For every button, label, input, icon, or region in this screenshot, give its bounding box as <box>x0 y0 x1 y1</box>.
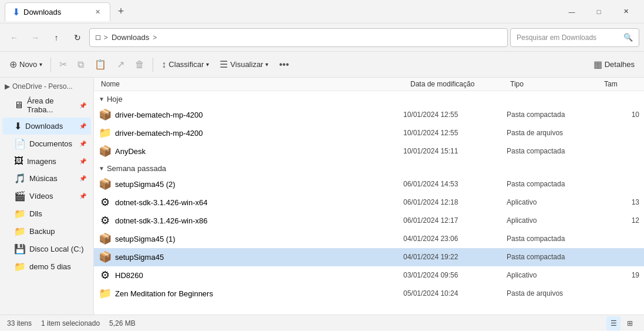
table-row[interactable]: 📦 setupSigma45 04/01/2024 19:22 Pasta co… <box>94 248 644 266</box>
table-row[interactable]: 📦 setupSigma45 (1) 04/01/2024 23:06 Past… <box>94 230 644 248</box>
file-icon: ⚙ <box>99 269 112 282</box>
sidebar-downloads-label: Downloads <box>25 122 63 131</box>
file-list-container: Nome Data de modificação Tipo Tam ▼ Hoje… <box>94 78 644 315</box>
table-row[interactable]: ⚙ dotnet-sdk-3.1.426-win-x86 06/01/2024 … <box>94 212 644 230</box>
sidebar-item-demo5dias[interactable]: 📁 demo 5 dias <box>2 258 91 275</box>
tab-close-button[interactable]: ✕ <box>93 7 103 17</box>
sidebar-demo5dias-label: demo 5 dias <box>29 262 71 271</box>
search-icon: 🔍 <box>623 33 633 42</box>
status-right: ☰ ⊞ <box>606 316 637 330</box>
more-icon: ••• <box>279 59 289 70</box>
table-row[interactable]: ⚙ dotnet-sdk-3.1.426-win-x64 06/01/2024 … <box>94 193 644 212</box>
table-row[interactable]: 📁 driver-bematech-mp-4200 10/01/2024 12:… <box>94 124 644 142</box>
sidebar-images-icon: 🖼 <box>14 156 23 166</box>
new-button[interactable]: ⊕ Novo ▾ <box>5 56 47 73</box>
sidebar-item-desktop[interactable]: 🖥 Área de Traba... 📌 <box>2 93 91 117</box>
view-grid-button[interactable]: ⊞ <box>623 316 637 330</box>
tab-area: ⬇ Downloads ✕ + <box>5 2 558 21</box>
col-header-date[interactable]: Data de modificação <box>410 80 510 88</box>
maximize-button[interactable]: □ <box>585 2 612 21</box>
tab-download-icon: ⬇ <box>12 6 20 18</box>
file-size: 19 <box>604 271 639 279</box>
share-button[interactable]: ↗ <box>112 56 129 73</box>
file-date: 06/01/2024 12:18 <box>403 198 503 206</box>
sidebar-cloud-section[interactable]: ▶ OneDrive - Perso... <box>0 80 93 93</box>
more-button[interactable]: ••• <box>274 56 294 73</box>
up-button[interactable]: ↑ <box>47 28 66 47</box>
copy-button[interactable]: ⧉ <box>73 56 89 73</box>
sidebar-items: 🖥 Área de Traba... 📌 ⬇ Downloads 📌 📄 Doc… <box>0 93 93 275</box>
sort-button[interactable]: ↕ Classificar ▾ <box>157 56 214 73</box>
table-row[interactable]: 📦 setupSigma45 (2) 06/01/2024 14:53 Past… <box>94 175 644 193</box>
cut-button[interactable]: ✂ <box>55 56 72 73</box>
table-row[interactable]: 📦 driver-bematech-mp-4200 10/01/2024 12:… <box>94 106 644 124</box>
paste-button[interactable]: 📋 <box>90 56 111 73</box>
breadcrumb-sep1: > <box>104 34 108 42</box>
close-button[interactable]: ✕ <box>612 2 639 21</box>
address-bar[interactable]: □ > Downloads > <box>89 28 508 47</box>
view-dropdown-icon: ▾ <box>265 61 268 68</box>
sidebar-item-images[interactable]: 🖼 Imagens 📌 <box>2 153 91 169</box>
section-arrow: ▼ <box>99 96 104 102</box>
file-date: 06/01/2024 12:17 <box>403 216 503 225</box>
sidebar-item-music[interactable]: 🎵 Músicas 📌 <box>2 170 91 187</box>
sidebar-dlls-icon: 📁 <box>14 208 26 219</box>
view-list-button[interactable]: ☰ <box>606 316 621 330</box>
file-type: Pasta compactada <box>507 180 601 188</box>
minimize-button[interactable]: — <box>558 2 585 21</box>
item-count: 33 itens <box>7 319 32 327</box>
section-label[interactable]: ▼ Semana passada <box>94 161 644 175</box>
file-name: dotnet-sdk-3.1.426-win-x64 <box>115 198 400 207</box>
new-tab-button[interactable]: + <box>113 4 129 20</box>
details-button[interactable]: ▦ Detalhes <box>589 56 639 73</box>
delete-icon: 🗑 <box>135 59 144 70</box>
back-button[interactable]: ← <box>5 28 23 47</box>
view-label: Visualizar <box>230 60 263 69</box>
col-header-size[interactable]: Tam <box>604 80 639 88</box>
view-button[interactable]: ☰ Visualizar ▾ <box>215 56 273 73</box>
search-bar[interactable]: Pesquisar em Downloads 🔍 <box>510 28 639 47</box>
sidebar-item-videos[interactable]: 🎬 Vídeos 📌 <box>2 188 91 205</box>
sidebar-downloads-pin: 📌 <box>79 123 86 129</box>
table-row[interactable]: 📦 AnyDesk 10/01/2024 15:11 Pasta compact… <box>94 142 644 161</box>
col-header-name[interactable]: Nome <box>99 80 410 88</box>
new-icon: ⊕ <box>9 59 17 70</box>
file-date: 05/01/2024 10:24 <box>403 289 503 297</box>
file-icon: 📁 <box>99 126 112 139</box>
file-date: 10/01/2024 12:55 <box>403 129 503 137</box>
file-name: Zen Meditation for Beginners <box>115 289 400 298</box>
table-row[interactable]: ⚙ HD8260 03/01/2024 09:56 Aplicativo 19 <box>94 266 644 285</box>
file-icon: 📦 <box>99 232 112 245</box>
tab-downloads[interactable]: ⬇ Downloads ✕ <box>5 2 110 21</box>
view-grid-icon: ⊞ <box>627 319 633 327</box>
new-label: Novo <box>19 60 37 69</box>
file-list-header: Nome Data de modificação Tipo Tam <box>94 78 644 91</box>
file-name: dotnet-sdk-3.1.426-win-x86 <box>115 216 400 225</box>
file-type: Aplicativo <box>507 271 601 279</box>
toolbar-divider1 <box>50 58 51 72</box>
sidebar-videos-label: Vídeos <box>29 192 53 200</box>
sidebar-item-local-disk[interactable]: 💾 Disco Local (C:) <box>2 240 91 258</box>
sort-icon: ↕ <box>161 59 166 70</box>
sidebar-backup-icon: 📁 <box>14 226 26 237</box>
table-row[interactable]: 📁 Zen Meditation for Beginners 05/01/202… <box>94 285 644 303</box>
breadcrumb-downloads[interactable]: Downloads <box>112 33 149 42</box>
section-arrow: ▼ <box>99 165 104 172</box>
file-size: 10 <box>604 111 639 119</box>
sidebar-item-downloads[interactable]: ⬇ Downloads 📌 <box>2 118 91 135</box>
section-label[interactable]: ▼ Hoje <box>94 91 644 106</box>
refresh-button[interactable]: ↻ <box>68 28 87 47</box>
sidebar-item-backup[interactable]: 📁 Backup <box>2 223 91 240</box>
file-icon: 📦 <box>99 108 112 121</box>
file-icon: ⚙ <box>99 196 112 209</box>
file-type: Aplicativo <box>507 198 601 206</box>
sidebar-documents-label: Documentos <box>29 139 72 148</box>
sidebar-item-dlls[interactable]: 📁 Dlls <box>2 205 91 222</box>
file-name: driver-bematech-mp-4200 <box>115 129 400 138</box>
delete-button[interactable]: 🗑 <box>130 56 149 73</box>
forward-button[interactable]: → <box>26 28 45 47</box>
sidebar-item-documents[interactable]: 📄 Documentos 📌 <box>2 135 91 152</box>
file-type: Pasta compactada <box>507 253 601 261</box>
file-icon: 📦 <box>99 145 112 158</box>
col-header-type[interactable]: Tipo <box>510 80 604 88</box>
